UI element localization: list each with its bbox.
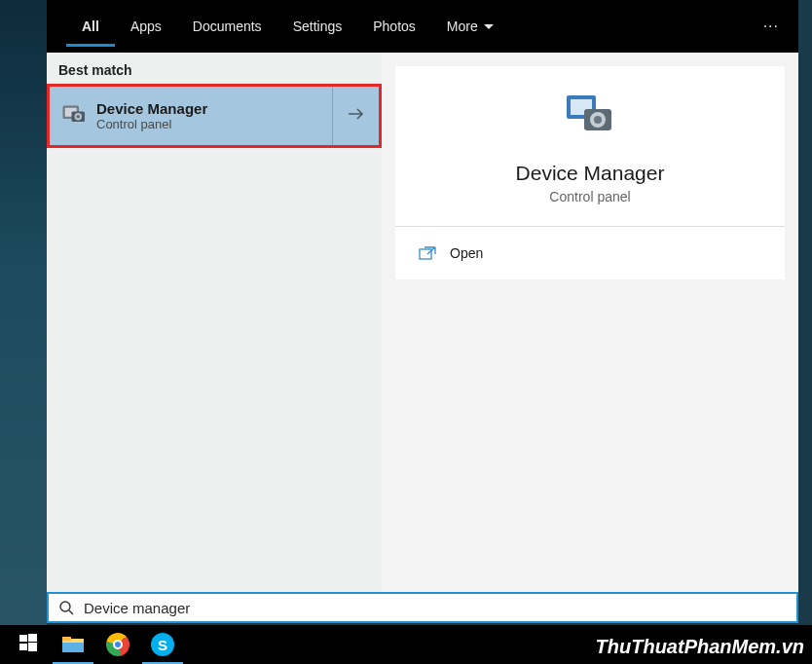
svg-rect-12	[19, 635, 27, 642]
start-button[interactable]	[6, 625, 51, 664]
start-search-panel: All Apps Documents Settings Photos More …	[47, 0, 798, 623]
svg-rect-15	[28, 643, 37, 651]
svg-point-11	[60, 602, 70, 611]
detail-title: Device Manager	[516, 162, 665, 185]
chrome-icon	[106, 633, 129, 656]
svg-rect-18	[62, 643, 84, 652]
action-open[interactable]: Open	[395, 227, 785, 279]
svg-rect-14	[19, 644, 27, 650]
detail-column: Device Manager Control panel Open	[382, 53, 798, 592]
search-box[interactable]	[47, 592, 798, 623]
svg-rect-17	[62, 637, 71, 641]
search-filter-tabs: All Apps Documents Settings Photos More …	[47, 0, 798, 53]
overflow-menu-button[interactable]: ···	[763, 0, 779, 53]
tab-settings[interactable]: Settings	[277, 0, 358, 53]
tab-more[interactable]: More	[431, 0, 509, 53]
tab-more-label: More	[447, 18, 478, 34]
tab-photos[interactable]: Photos	[357, 0, 431, 53]
arrow-right-icon	[348, 107, 365, 125]
taskbar-chrome[interactable]	[95, 625, 140, 664]
search-input[interactable]	[84, 594, 796, 621]
open-icon	[419, 246, 450, 260]
action-open-label: Open	[450, 245, 483, 261]
taskbar-skype[interactable]: S	[140, 625, 185, 664]
result-text: Device Manager Control panel	[96, 100, 332, 131]
windows-logo-icon	[19, 634, 37, 655]
result-highlight-box: Device Manager Control panel	[47, 84, 382, 148]
svg-rect-13	[28, 634, 37, 642]
tab-apps[interactable]: Apps	[115, 0, 177, 53]
tab-all[interactable]: All	[66, 0, 115, 53]
result-title: Device Manager	[96, 100, 332, 117]
result-expand-arrow[interactable]	[332, 87, 379, 145]
tab-documents[interactable]: Documents	[177, 0, 277, 53]
device-manager-icon	[561, 92, 619, 146]
taskbar-file-explorer[interactable]	[51, 625, 95, 664]
svg-point-4	[76, 115, 80, 119]
result-subtitle: Control panel	[96, 117, 332, 131]
section-best-match: Best match	[47, 53, 382, 84]
detail-card: Device Manager Control panel	[395, 66, 785, 227]
taskbar: S	[0, 625, 812, 664]
svg-rect-10	[420, 249, 431, 259]
detail-subtitle: Control panel	[549, 189, 630, 204]
results-column: Best match Device Manager	[47, 53, 382, 592]
result-device-manager[interactable]: Device Manager Control panel	[50, 87, 379, 145]
svg-point-9	[594, 116, 602, 124]
file-explorer-icon	[62, 635, 84, 654]
search-content-area: Best match Device Manager	[47, 53, 798, 592]
search-icon	[49, 600, 84, 615]
skype-icon: S	[151, 633, 174, 656]
chevron-down-icon	[484, 18, 494, 34]
detail-actions: Open	[395, 227, 785, 279]
device-manager-icon	[50, 101, 96, 130]
desktop-wallpaper-strip	[0, 0, 47, 664]
